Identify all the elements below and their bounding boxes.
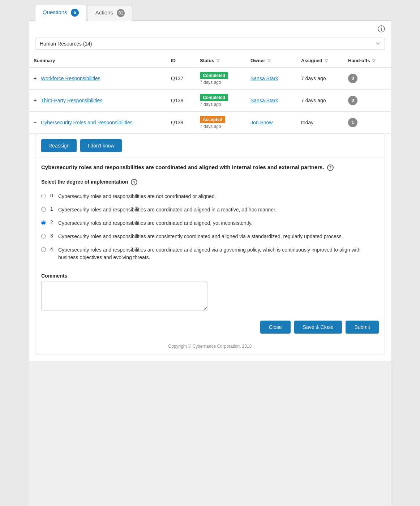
radio-input-3[interactable] [41, 234, 46, 239]
radio-text-1: Cybersecurity roles and responsibilities… [58, 206, 277, 214]
row1-summary-cell: + Workforce Responsibilities [29, 67, 167, 90]
row2-status-date: 7 days ago [200, 102, 242, 107]
tab-actions-badge: 81 [117, 9, 125, 17]
th-handoffs: Hand-offs ▽ [344, 54, 391, 67]
expanded-detail-row: Reassign I don't know Cybersecurity role… [29, 134, 391, 361]
radio-label-1: 1 [50, 206, 54, 212]
tab-actions-label: Actions [95, 9, 113, 16]
radio-label-4: 4 [50, 246, 54, 252]
reassign-button[interactable]: Reassign [41, 139, 77, 152]
tab-questions-badge: 5 [71, 9, 79, 17]
radio-option-1: 1 Cybersecurity roles and responsibiliti… [41, 203, 379, 216]
radio-option-4: 4 Cybersecurity roles and responsibiliti… [41, 243, 379, 264]
radio-input-4[interactable] [41, 247, 46, 252]
row2-handoff-badge: 0 [348, 96, 357, 105]
radio-option-0: 0 Cybersecurity roles and responsibiliti… [41, 190, 379, 203]
comments-textarea[interactable] [41, 282, 207, 310]
row3-handoffs: 1 [344, 112, 391, 134]
th-owner: Owner ▽ [246, 54, 297, 67]
toolbar-row: ⓘ [29, 21, 391, 38]
radio-options: 0 Cybersecurity roles and responsibiliti… [35, 188, 385, 269]
row2-assigned: 7 days ago [297, 90, 344, 112]
comments-label: Comments [41, 273, 379, 279]
save-close-button[interactable]: Save & Close [294, 321, 342, 334]
tab-questions[interactable]: Questions 5 [35, 5, 86, 21]
radio-label-2: 2 [50, 219, 54, 225]
radio-label-3: 3 [50, 233, 54, 239]
tabs-bar: Questions 5 Actions 81 [29, 0, 391, 21]
download-icon[interactable]: ⓘ [378, 24, 385, 34]
radio-option-3: 3 Cybersecurity roles and responsibiliti… [41, 230, 379, 243]
radio-text-4: Cybersecurity roles and responsibilities… [58, 246, 379, 261]
row2-status: Completed 7 days ago [196, 90, 246, 112]
table-row: + Third-Party Responsibilities Q138 Comp… [29, 90, 391, 112]
row2-handoffs: 0 [344, 90, 391, 112]
row3-summary-link[interactable]: Cybersecurity Roles and Responsibilities [41, 120, 133, 125]
row3-handoff-badge: 1 [348, 118, 357, 127]
row3-id: Q139 [167, 112, 196, 134]
close-button[interactable]: Close [260, 321, 291, 334]
radio-text-2: Cybersecurity roles and responsibilities… [58, 219, 252, 227]
row2-status-badge: Completed [200, 94, 228, 101]
row1-owner-link[interactable]: Sansa Stark [250, 76, 278, 81]
radio-text-0: Cybersecurity roles and responsibilities… [58, 193, 216, 200]
row1-handoffs: 0 [344, 67, 391, 90]
radio-input-0[interactable] [41, 194, 46, 198]
th-id: ID [167, 54, 196, 67]
row2-summary-cell: + Third-Party Responsibilities [29, 90, 167, 112]
row3-summary-cell: − Cybersecurity Roles and Responsibiliti… [29, 112, 167, 134]
category-dropdown[interactable]: Human Resources (14) [35, 38, 385, 50]
questions-table: Summary ID Status ▽ Owner ▽ Assigned [29, 54, 391, 361]
th-status: Status ▽ [196, 54, 246, 67]
question-help-icon[interactable]: ? [327, 164, 334, 171]
dont-know-button[interactable]: I don't know [80, 139, 121, 152]
degree-help-icon[interactable]: ? [131, 179, 137, 185]
radio-input-1[interactable] [41, 207, 46, 212]
th-summary: Summary [29, 54, 167, 67]
owner-filter-icon[interactable]: ▽ [267, 59, 270, 63]
dropdown-row: Human Resources (14) [29, 38, 391, 54]
row2-id: Q138 [167, 90, 196, 112]
comments-section: Comments [35, 269, 385, 315]
row1-owner: Sansa Stark [246, 67, 297, 90]
row3-status: Accepted 7 days ago [196, 112, 246, 134]
row3-owner: Jon Snow [246, 112, 297, 134]
form-footer: Close Save & Close Submit [35, 315, 385, 339]
handoffs-filter-icon[interactable]: ▽ [372, 59, 375, 63]
row1-status: Completed 7 days ago [196, 67, 246, 90]
radio-input-2[interactable] [41, 220, 46, 225]
row2-owner: Sansa Stark [246, 90, 297, 112]
submit-button[interactable]: Submit [346, 321, 379, 334]
row2-expand-icon[interactable]: + [34, 98, 37, 103]
row1-status-badge: Completed [200, 72, 228, 79]
row3-owner-link[interactable]: Jon Snow [250, 120, 273, 125]
question-text: Cybersecurity roles and responsibilities… [35, 158, 385, 175]
tab-questions-label: Questions [43, 9, 67, 15]
row3-assigned: today [297, 112, 344, 134]
row1-handoff-badge: 0 [348, 74, 357, 83]
radio-option-2: 2 Cybersecurity roles and responsibiliti… [41, 216, 379, 230]
copyright: Copyright © Cybernance Corporation, 2018 [35, 339, 385, 355]
row1-expand-icon[interactable]: + [34, 76, 37, 81]
radio-label-0: 0 [50, 193, 54, 198]
assigned-filter-icon[interactable]: ▽ [325, 59, 327, 63]
tab-actions[interactable]: Actions 81 [88, 5, 132, 21]
row1-summary-link[interactable]: Workforce Responsibilities [41, 76, 100, 81]
status-filter-icon[interactable]: ▽ [217, 59, 219, 63]
table-row: − Cybersecurity Roles and Responsibiliti… [29, 112, 391, 134]
th-assigned: Assigned ▽ [297, 54, 344, 67]
radio-text-3: Cybersecurity roles and responsibilities… [58, 233, 343, 240]
row3-status-badge: Accepted [200, 116, 225, 123]
expanded-actions-row: Reassign I don't know [35, 134, 385, 158]
table-row: + Workforce Responsibilities Q137 Comple… [29, 67, 391, 90]
degree-label: Select the degree of implementation ? [35, 175, 385, 188]
row1-status-date: 7 days ago [200, 80, 242, 85]
row3-expand-icon[interactable]: − [34, 120, 37, 125]
main-content: ⓘ Human Resources (14) Summary ID Statu [29, 21, 391, 361]
row1-assigned: 7 days ago [297, 67, 344, 90]
expanded-detail-panel: Reassign I don't know Cybersecurity role… [35, 134, 385, 355]
row3-status-date: 7 days ago [200, 124, 242, 129]
row1-id: Q137 [167, 67, 196, 90]
row2-owner-link[interactable]: Sansa Stark [250, 98, 278, 103]
row2-summary-link[interactable]: Third-Party Responsibilities [41, 98, 102, 103]
